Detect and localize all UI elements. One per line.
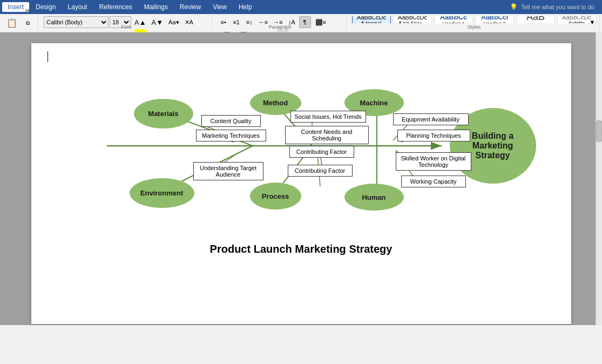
box-equipment-availability: Equipment Availability (393, 113, 469, 125)
lightbulb-icon: 💡 (510, 3, 518, 11)
tell-placeholder[interactable]: Tell me what you want to do (521, 4, 594, 10)
cut-button[interactable]: ✂ (22, 5, 33, 17)
box-social-issues: Social Issues, Hot Trends (290, 111, 366, 123)
menu-bar: Insert Design Layout References Mailings… (0, 0, 602, 14)
menu-references[interactable]: References (93, 2, 137, 12)
copy-button[interactable]: ⧉ (22, 17, 33, 29)
box-contributing-factor-2: Contributing Factor (288, 165, 353, 177)
tell-bar[interactable]: 💡 Tell me what you want to do (504, 3, 600, 11)
oval-process: Process (250, 183, 301, 210)
text-cursor (48, 51, 48, 62)
oval-human: Human (344, 184, 404, 211)
menu-layout[interactable]: Layout (62, 2, 92, 12)
scrollbar-thumb[interactable] (596, 120, 602, 142)
page-title: Product Launch Marketing Strategy (42, 243, 560, 255)
box-content-quality: Content Quality (201, 115, 261, 127)
styles-gallery: AaBbCcDc ¶ Normal AaBbCcDc ¶ No Spac... … (352, 16, 596, 23)
vertical-scrollbar[interactable] (596, 32, 602, 325)
style-heading2[interactable]: AaBbCcI Heading 2 (475, 16, 514, 23)
ribbon-row1: 📋 ✂ ⧉ 🖌 Calibri (Body) 18 89101112141618… (0, 14, 602, 32)
clipboard-group: 📋 ✂ ⧉ 🖌 (2, 15, 38, 31)
font-group-label: Font (40, 24, 212, 30)
box-contributing-factor-1: Contributing Factor (289, 146, 354, 158)
style-title[interactable]: AaB Title (516, 16, 555, 23)
menu-design[interactable]: Design (30, 2, 61, 12)
paragraph-group-label: Paragraph (214, 24, 346, 30)
box-content-needs: Content Needs and Scheduling (285, 126, 369, 144)
fishbone-diagram: Materials Method Machine Environment Pro… (64, 59, 539, 232)
box-marketing-techniques: Marketing Techniques (196, 130, 266, 141)
menu-view[interactable]: View (207, 2, 232, 12)
document-area: Materials Method Machine Environment Pro… (0, 32, 602, 325)
paste-button[interactable]: 📋 (4, 17, 19, 29)
styles-group-label: Styles (349, 24, 599, 30)
style-heading1[interactable]: AaBbCc Heading 1 (434, 16, 473, 23)
paragraph-group: ≡• ≡1 ≡↕ ←≡ →≡ ↕A ¶ ⬛≡ ≡⬛ ≡⬛ ≡≡ ↕≡ ▦ ⊞ P… (214, 15, 347, 31)
document-page: Materials Method Machine Environment Pro… (31, 43, 571, 324)
style-no-space[interactable]: AaBbCcDc ¶ No Spac... (393, 16, 432, 23)
box-working-capacity: Working Capacity (401, 176, 466, 187)
style-normal[interactable]: AaBbCcDc ¶ Normal (352, 16, 391, 23)
box-understanding-target: Understanding Target Audience (193, 162, 263, 180)
font-group: Calibri (Body) 18 8910111214161820 A▲ A▼… (40, 15, 212, 31)
menu-mailings[interactable]: Mailings (139, 2, 173, 12)
menu-review[interactable]: Review (174, 2, 206, 12)
box-skilled-worker: Skilled Worker on Digital Technology (396, 152, 471, 171)
styles-group: AaBbCcDc ¶ Normal AaBbCcDc ¶ No Spac... … (349, 15, 600, 31)
oval-materials: Materials (134, 99, 193, 129)
menu-help[interactable]: Help (233, 2, 258, 12)
box-planning-techniques: Planning Techniques (397, 130, 470, 141)
oval-environment: Environment (130, 178, 194, 208)
